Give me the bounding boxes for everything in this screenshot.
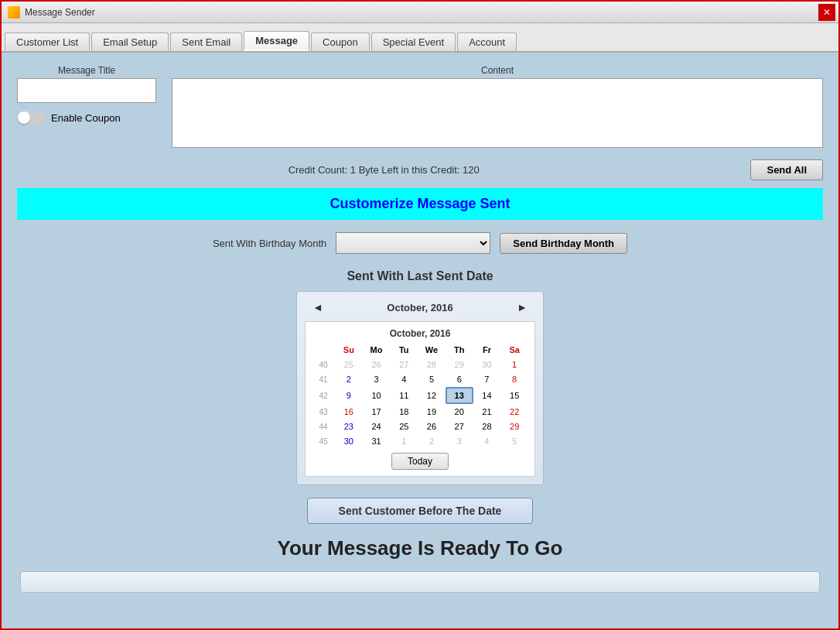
- calendar-day[interactable]: 25: [390, 419, 418, 433]
- calendar-next-button[interactable]: ►: [512, 300, 532, 315]
- calendar-day[interactable]: 17: [363, 405, 391, 419]
- calendar-container: ◄ October, 2016 ► October, 2016 Su Mo Tu…: [296, 291, 544, 485]
- title-bar-text: Message Sender: [25, 7, 832, 18]
- calendar-day[interactable]: 30: [473, 358, 501, 371]
- calendar-day[interactable]: 2: [335, 372, 363, 386]
- week-number: 44: [312, 419, 335, 433]
- week-number: 42: [312, 387, 335, 404]
- left-panel: Message Title Enable Coupon: [17, 65, 156, 125]
- sent-before-button[interactable]: Sent Customer Before The Date: [307, 498, 534, 524]
- calendar-week: 4316171819202122: [312, 405, 528, 419]
- calendar-inner: October, 2016 Su Mo Tu We Th Fr Sa 40252…: [305, 321, 535, 477]
- calendar-day[interactable]: 27: [446, 419, 473, 433]
- week-number: 43: [312, 405, 335, 419]
- header-sa: Sa: [500, 344, 528, 356]
- calendar-day[interactable]: 2: [418, 434, 446, 448]
- tab-account[interactable]: Account: [457, 33, 517, 51]
- content-area: Content: [172, 65, 823, 150]
- week-number: 40: [312, 358, 335, 371]
- calendar-day[interactable]: 3: [363, 372, 391, 386]
- header-fr: Fr: [473, 344, 501, 356]
- app-icon: [8, 6, 20, 19]
- header-su: Su: [335, 344, 363, 356]
- tab-sent-email[interactable]: Sent Email: [170, 33, 242, 51]
- tab-bar: Customer List Email Setup Sent Email Mes…: [2, 23, 838, 53]
- main-content: Message Title Enable Coupon Content Cred…: [2, 53, 838, 630]
- calendar-day[interactable]: 11: [390, 387, 418, 404]
- enable-coupon-toggle[interactable]: [17, 111, 45, 125]
- calendar-day[interactable]: 30: [335, 434, 363, 448]
- header-we: We: [418, 344, 446, 356]
- credit-text: Credit Count: 1 Byte Left in this Credit…: [17, 164, 750, 176]
- calendar-day[interactable]: 1: [500, 358, 528, 371]
- calendar-day[interactable]: 31: [363, 434, 391, 448]
- calendar-section: Sent With Last Sent Date ◄ October, 2016…: [17, 269, 823, 485]
- tab-special-event[interactable]: Special Event: [371, 33, 456, 51]
- calendar-days-header: Su Mo Tu We Th Fr Sa: [312, 344, 528, 356]
- today-btn-container: Today: [312, 453, 528, 470]
- calendar-day[interactable]: 6: [446, 372, 473, 386]
- calendar-day[interactable]: 3: [446, 434, 473, 448]
- calendar-day[interactable]: 7: [473, 372, 501, 386]
- calendar-day[interactable]: 23: [335, 419, 363, 433]
- calendar-day[interactable]: 27: [390, 358, 418, 371]
- calendar-day[interactable]: 12: [418, 387, 446, 404]
- calendar-day[interactable]: 19: [418, 405, 446, 419]
- calendar-day[interactable]: 15: [500, 387, 528, 404]
- calendar-day[interactable]: 10: [363, 387, 391, 404]
- calendar-day[interactable]: 28: [418, 358, 446, 371]
- progress-area: [20, 571, 820, 593]
- calendar-day[interactable]: 24: [363, 419, 391, 433]
- calendar-day[interactable]: 16: [335, 405, 363, 419]
- calendar-day[interactable]: 5: [418, 372, 446, 386]
- birthday-month-select[interactable]: January February March April May June Ju…: [336, 232, 490, 254]
- tab-coupon[interactable]: Coupon: [311, 33, 370, 51]
- calendar-day[interactable]: 21: [473, 405, 501, 419]
- calendar-day[interactable]: 29: [446, 358, 473, 371]
- calendar-day[interactable]: 26: [363, 358, 391, 371]
- birthday-row: Sent With Birthday Month January Februar…: [17, 232, 823, 254]
- header-th: Th: [446, 344, 473, 356]
- toggle-row: Enable Coupon: [17, 111, 156, 125]
- calendar-week: 402526272829301: [312, 358, 528, 371]
- calendar-day[interactable]: 13: [446, 387, 473, 404]
- toggle-knob: [18, 111, 30, 124]
- calendar-day[interactable]: 22: [500, 405, 528, 419]
- message-title-input[interactable]: [17, 78, 156, 103]
- calendar-day[interactable]: 9: [335, 387, 363, 404]
- calendar-day[interactable]: 8: [500, 372, 528, 386]
- customize-banner: Customerize Message Sent: [17, 188, 823, 220]
- tab-email-setup[interactable]: Email Setup: [91, 33, 169, 51]
- calendar-day[interactable]: 4: [390, 372, 418, 386]
- credit-bar: Credit Count: 1 Byte Left in this Credit…: [17, 159, 823, 180]
- calendar-day[interactable]: 1: [390, 434, 418, 448]
- send-all-button[interactable]: Send All: [750, 159, 823, 180]
- calendar-day[interactable]: 4: [473, 434, 501, 448]
- calendar-day[interactable]: 28: [473, 419, 501, 433]
- top-section: Message Title Enable Coupon Content: [17, 65, 823, 150]
- calendar-title: Sent With Last Sent Date: [347, 269, 493, 283]
- close-button[interactable]: ✕: [818, 4, 835, 21]
- calendar-day[interactable]: 14: [473, 387, 501, 404]
- calendar-day[interactable]: 29: [500, 419, 528, 433]
- calendar-day[interactable]: 18: [390, 405, 418, 419]
- calendar-week: 429101112131415: [312, 387, 528, 404]
- ready-text: Your Message Is Ready To Go: [17, 536, 823, 560]
- title-bar: Message Sender ✕: [2, 2, 838, 23]
- calendar-day[interactable]: 26: [418, 419, 446, 433]
- header-mo: Mo: [363, 344, 391, 356]
- week-num-header: [312, 344, 335, 356]
- calendar-day[interactable]: 25: [335, 358, 363, 371]
- calendar-weeks: 4025262728293014123456784291011121314154…: [312, 358, 528, 448]
- calendar-day[interactable]: 20: [446, 405, 473, 419]
- send-birthday-button[interactable]: Send Birthday Month: [500, 233, 627, 254]
- calendar-week: 412345678: [312, 372, 528, 386]
- tab-message[interactable]: Message: [244, 31, 309, 51]
- tab-customer-list[interactable]: Customer List: [5, 33, 90, 51]
- content-textarea[interactable]: [172, 78, 823, 148]
- message-title-label: Message Title: [17, 65, 156, 76]
- week-number: 45: [312, 434, 335, 448]
- calendar-prev-button[interactable]: ◄: [308, 300, 328, 315]
- calendar-day[interactable]: 5: [500, 434, 528, 448]
- today-button[interactable]: Today: [391, 453, 449, 470]
